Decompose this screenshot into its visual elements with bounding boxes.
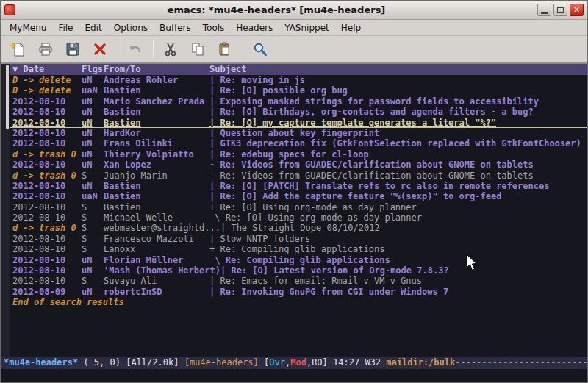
message-date: 2012-08-10 [12,181,82,191]
message-flags: uaN [82,191,104,201]
modeline-buffer-name: *mu4e-headers* [4,357,78,368]
message-from: Bastien [104,118,209,127]
message-from: Bastien [104,191,209,201]
message-row[interactable]: 2012-08-10SMichael Welle \ Re: [O] Using… [10,212,587,223]
print-button[interactable] [34,38,57,60]
column-header-flags[interactable]: Flgs [82,64,104,75]
message-from: Thierry Volpiatto [104,149,209,160]
message-subject: | Re: [O] my capture template generates … [209,118,587,127]
menu-options[interactable]: Options [108,21,154,35]
message-date: 2012-08-10 [12,138,82,148]
close-icon: ✕ [573,6,580,14]
message-row[interactable]: 2012-08-10uN'Mash (Thomas Herbert)| Re: … [10,265,587,276]
cut-button[interactable] [159,38,182,60]
message-row[interactable]: 2012-08-10SLanoxx+ Re: Compiling glib ap… [10,244,587,254]
message-flags: uN [82,128,104,138]
message-from: Michael Welle [104,212,209,223]
menu-buffers[interactable]: Buffers [154,21,197,35]
message-from: Florian Müllner [104,255,209,265]
message-date: 2012-08-10 [12,128,82,138]
message-subject: | Re: [O] Birthdays, org-contacts and ag… [209,107,587,117]
message-from: Xan Lopez [104,160,209,170]
message-date: 2012-08-10 [12,276,82,286]
message-flags: uN [82,160,104,170]
new-file-button[interactable] [7,38,30,60]
window-title: emacs: *mu4e-headers* [mu4e-headers] [18,4,534,15]
search-button[interactable] [248,38,272,60]
mu4e-headers-buffer: ▼ Date Flgs From/To Subject D -> deleteu… [1,63,587,357]
message-subject: | Re: moving in js [209,75,587,85]
paste-button[interactable] [213,38,237,60]
scrollbar[interactable] [1,64,10,357]
message-from: Mario Sanchez Prada [104,96,209,107]
message-row[interactable]: D -> deleteuaNBastien| Re: [O] possible … [10,85,587,96]
minibuffer [1,369,587,382]
message-list: D -> deleteuNAndreas Röhler| Re: moving … [10,75,587,297]
message-row[interactable]: 2012-08-10uNBastien| Re: [O] Birthdays, … [10,107,587,117]
message-row[interactable]: 2012-08-10uNBastien| Re: [O] [PATCH] Tra… [10,181,587,191]
modeline-position: ( 5, 0) [78,357,126,368]
message-date: d -> trash 0 [12,171,82,181]
message-subject: - Re: Videos from GUADEC/clarification a… [209,171,587,181]
message-row[interactable]: 2012-08-10uNXan Lopez- Re: Videos from G… [10,160,587,170]
message-row[interactable]: 2012-08-10uNHardKor| Question about key … [10,128,587,138]
minimize-button[interactable] [537,4,551,16]
modeline-window: W32 [365,357,386,368]
modeline-maildir: maildir:/bulk [386,357,455,368]
column-header-subject[interactable]: Subject [209,64,587,75]
menu-mymenu[interactable]: MyMenu [4,21,52,35]
message-flags: uN [82,118,104,127]
menu-edit[interactable]: Edit [79,21,108,35]
maximize-icon [557,7,564,13]
close-file-button[interactable] [88,38,112,60]
message-row[interactable]: 2012-08-10uNBastien| Re: [O] my capture … [10,118,587,128]
message-from: Juanjo Marin [104,171,209,181]
message-row[interactable]: 2012-08-09uNrobertcInSD| Re: Invoking Gn… [10,287,587,297]
message-subject: + Re: [O] Using org-mode as day planner [209,202,587,212]
modeline-time: 14:27 [333,357,365,368]
close-button[interactable]: ✕ [570,4,584,16]
message-subject: | Re: Emacs for email: Rmail v VM v Gnus [209,276,587,286]
menu-tools[interactable]: Tools [197,21,231,35]
message-row[interactable]: 2012-08-10SSuvayu Ali| Re: Emacs for ema… [10,276,587,286]
column-header-date[interactable]: ▼ Date [12,64,82,75]
maximize-button[interactable] [553,4,567,16]
message-flags: S [82,234,104,244]
message-from: Bastien [104,202,209,212]
modeline-readonly: RO [312,357,322,368]
message-row[interactable]: 2012-08-10uNFrans Oilinki| GTK3 deprecat… [10,138,587,148]
message-row[interactable]: 2012-08-10SBastien+ Re: [O] Using org-mo… [10,202,587,212]
message-from: 'Mash (Thomas Herbert) [104,265,220,276]
message-subject: | Slow NNTP folders [209,234,587,244]
minimize-icon [541,12,548,14]
message-flags: uN [82,287,104,297]
save-icon [65,41,81,57]
menu-help[interactable]: Help [335,21,367,35]
column-header-from[interactable]: From/To [104,64,209,75]
message-row[interactable]: d -> trash 0uNThierry Volpiatto| Re: ede… [10,149,587,160]
message-from: HardKor [104,128,209,138]
toolbar [1,36,587,63]
message-row[interactable]: 2012-08-10SFrancesco Mazzoli| Slow NNTP … [10,234,587,244]
message-subject: | Re: edebug specs for cl-loop [209,149,587,160]
titlebar: emacs: *mu4e-headers* [mu4e-headers] ✕ [1,1,587,20]
message-date: 2012-08-10 [12,265,82,276]
copy-button[interactable] [186,38,209,60]
menu-file[interactable]: File [52,21,79,35]
menu-headers[interactable]: Headers [230,21,279,35]
save-button[interactable] [61,38,85,60]
menu-yasnippet[interactable]: YASnippet [279,21,335,35]
message-row[interactable]: 2012-08-10uNMario Sanchez Prada| Exposin… [10,96,587,107]
toolbar-separator [153,40,154,58]
message-row[interactable]: D -> deleteuNAndreas Röhler| Re: moving … [10,75,587,85]
scrollbar-thumb[interactable] [6,65,9,129]
message-flags: S [82,276,104,286]
message-row[interactable]: d -> trash 0SJuanjo Marin- Re: Videos fr… [10,171,587,181]
message-row[interactable]: 2012-08-10uNFlorian Müllner \ Re: Compil… [10,255,587,265]
undo-button[interactable] [123,38,147,60]
message-row[interactable]: 2012-08-10uaNBastien| Re: [O] Add the ca… [10,191,587,201]
message-subject: | GTK3 deprecation fix (GtkFontSelection… [209,138,587,148]
message-date: 2012-08-09 [12,287,82,297]
message-row[interactable]: d -> trash 0Swebmaster@straightd...| The… [10,223,587,233]
message-flags: S [82,244,104,254]
